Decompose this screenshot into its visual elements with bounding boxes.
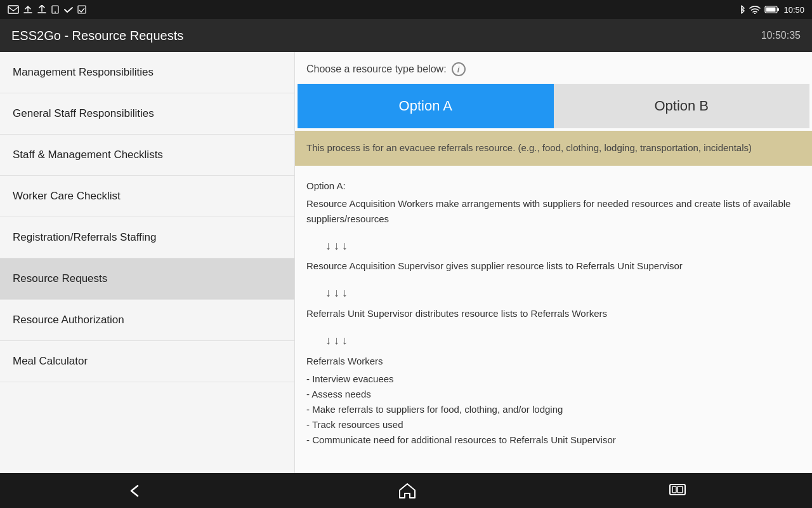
step2-arrows: ↓↓↓ xyxy=(325,284,801,302)
step4-desc: - Interview evacuees- Assess needs- Make… xyxy=(306,371,801,448)
back-button[interactable] xyxy=(107,478,164,504)
save-icon xyxy=(77,5,86,14)
option-buttons: Option A Option B xyxy=(298,84,809,128)
bluetooth-icon xyxy=(738,4,745,15)
content-body: Option A: Resource Acquisition Workers m… xyxy=(295,166,812,471)
phone-icon xyxy=(51,5,60,14)
sidebar-item-worker-care-checklist[interactable]: Worker Care Checklist xyxy=(0,176,294,217)
svg-rect-6 xyxy=(777,8,779,11)
app-time: 10:50:35 xyxy=(761,30,801,41)
sidebar-item-management-responsibilities[interactable]: Management Responsibilities xyxy=(0,52,294,93)
step1-label: Option A: xyxy=(306,178,801,194)
svg-rect-3 xyxy=(78,6,86,13)
sidebar-item-resource-requests[interactable]: Resource Requests xyxy=(0,258,294,300)
sidebar-item-resource-authorization[interactable]: Resource Authorization xyxy=(0,300,294,341)
wifi-icon xyxy=(749,5,761,14)
svg-rect-10 xyxy=(678,486,683,493)
recent-apps-button[interactable] xyxy=(650,479,705,503)
option-a-button[interactable]: Option A xyxy=(298,84,554,128)
upload-icon xyxy=(23,5,33,14)
home-button[interactable] xyxy=(379,478,435,504)
step-2: Resource Acquisition Supervisor gives su… xyxy=(306,258,801,274)
battery-icon xyxy=(764,5,780,14)
sidebar-item-general-staff-responsibilities[interactable]: General Staff Responsibilities xyxy=(0,93,294,135)
nav-bar xyxy=(0,473,812,508)
step1-desc: Resource Acquisition Workers make arrang… xyxy=(306,196,801,227)
info-banner: This process is for an evacuee referrals… xyxy=(295,131,812,166)
app-title: ESS2Go - Resource Requests xyxy=(11,29,183,43)
step1-arrows: ↓↓↓ xyxy=(325,237,801,255)
info-icon[interactable]: i xyxy=(452,62,466,76)
status-time: 10:50 xyxy=(783,5,804,15)
step-3: Referrals Unit Supervisor distributes re… xyxy=(306,306,801,321)
svg-rect-9 xyxy=(672,486,676,493)
sidebar-item-staff-management-checklists[interactable]: Staff & Management Checklists xyxy=(0,135,294,176)
status-bar-right: 10:50 xyxy=(738,4,804,15)
step-4: Referrals Workers - Interview evacuees- … xyxy=(306,354,801,448)
svg-rect-0 xyxy=(8,6,18,13)
upload2-icon xyxy=(37,5,47,14)
step2-desc: Resource Acquisition Supervisor gives su… xyxy=(306,258,801,274)
app-header: ESS2Go - Resource Requests 10:50:35 xyxy=(0,19,812,52)
notification-icon xyxy=(8,5,19,14)
svg-rect-7 xyxy=(766,8,776,12)
check-icon xyxy=(63,5,74,14)
choose-label: Choose a resource type below: xyxy=(306,64,447,75)
option-b-button[interactable]: Option B xyxy=(554,84,810,128)
sidebar: Management Responsibilities General Staf… xyxy=(0,52,295,473)
sidebar-item-meal-calculator[interactable]: Meal Calculator xyxy=(0,341,294,382)
status-bar-left xyxy=(8,5,86,14)
sidebar-item-registration-referrals-staffing[interactable]: Registration/Referrals Staffing xyxy=(0,217,294,258)
status-bar: 10:50 xyxy=(0,0,812,19)
main-layout: Management Responsibilities General Staf… xyxy=(0,52,812,473)
step3-desc: Referrals Unit Supervisor distributes re… xyxy=(306,306,801,321)
svg-point-2 xyxy=(55,11,56,13)
content-header: Choose a resource type below: i xyxy=(295,52,812,84)
content-area: Choose a resource type below: i Option A… xyxy=(295,52,812,473)
step3-arrows: ↓↓↓ xyxy=(325,331,801,350)
svg-point-4 xyxy=(754,13,756,14)
step4-label: Referrals Workers xyxy=(306,354,801,369)
step-1: Option A: Resource Acquisition Workers m… xyxy=(306,178,801,227)
